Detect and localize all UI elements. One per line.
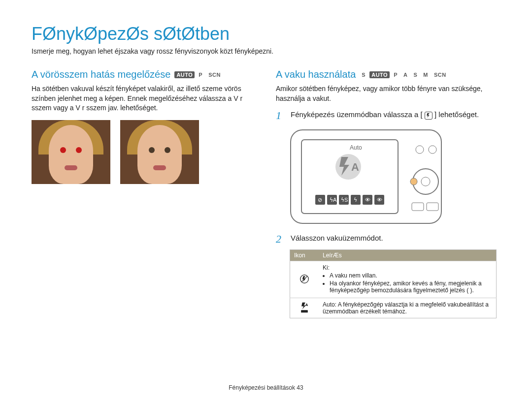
svg-text:A: A (305, 302, 308, 307)
svg-point-16 (416, 146, 424, 154)
th-icon: Ikon (290, 250, 319, 261)
redeye-heading: A vörösszem hatás megelőzése AUTO P SCN (32, 69, 256, 80)
mode-auto: AUTO (369, 71, 390, 78)
svg-text:👁: 👁 (365, 197, 370, 203)
row2-desc: Auto: A fényképezőgép választja ki a meg… (319, 298, 497, 318)
face-corrected (120, 120, 199, 184)
right-column: A vaku használata S AUTO P A S M SCN Ami… (276, 69, 500, 318)
mode-s: S (411, 71, 419, 78)
svg-text:⊘: ⊘ (318, 197, 322, 203)
page-footer: Fényképezési beállítások 43 (32, 384, 500, 391)
svg-rect-22 (427, 203, 438, 211)
flash-body: Amikor sötétben fényképez, vagy amikor t… (276, 84, 500, 103)
table-row: A Auto: A fényképezőgép választja ki a m… (290, 298, 497, 318)
mode-a: A (401, 71, 409, 78)
table-row: Ki: A vaku nem villan. Ha olyankor fényk… (290, 261, 497, 298)
svg-point-19 (421, 177, 430, 186)
svg-rect-21 (412, 203, 424, 211)
flash-mode-badges: S AUTO P A S M SCN (360, 71, 448, 78)
svg-rect-26 (301, 310, 308, 312)
step1-text-b: ] lehetőséget. (434, 110, 479, 119)
page-intro: Ismerje meg, hogyan lehet éjszaka vagy r… (32, 47, 500, 55)
svg-text:ϟS: ϟS (341, 197, 348, 203)
flash-steps: Fényképezés üzemmódban válassza a [ ] le… (276, 110, 500, 121)
redeye-example-images (32, 120, 256, 184)
svg-text:A: A (351, 161, 359, 173)
mode-m: M (421, 71, 430, 78)
row1-title: Ki: (323, 264, 330, 271)
flash-mode-table: Ikon LeírÆs Ki: A vaku nem villan. Ha ol… (290, 249, 497, 318)
flash-autosmart-icon: A (290, 298, 319, 318)
left-column: A vörösszem hatás megelőzése AUTO P SCN … (32, 69, 256, 318)
redeye-body: Ha sötétben vakuval készít fényképet val… (32, 84, 256, 113)
svg-text:ϟA: ϟA (330, 197, 337, 203)
step-1: Fényképezés üzemmódban válassza a [ ] le… (276, 110, 500, 121)
mode-auto: AUTO (174, 71, 195, 78)
step1-text-a: Fényképezés üzemmódban válassza a [ (291, 110, 423, 119)
svg-point-17 (429, 146, 436, 154)
camera-auto-label: Auto (350, 144, 362, 151)
camera-illustration: A Auto ⊘ ϟA ϟS ϟ 👁 👁 (290, 126, 500, 227)
step-2: Válasszon vakuüzemmódot. (276, 234, 500, 245)
redeye-heading-text: A vörösszem hatás megelőzése (32, 69, 170, 80)
flash-off-icon (290, 261, 319, 298)
flash-steps-2: Válasszon vakuüzemmódot. (276, 234, 500, 245)
th-desc: LeírÆs (319, 250, 497, 261)
mode-p: P (392, 71, 399, 78)
mode-scn: SCN (206, 71, 223, 78)
flash-heading-text: A vaku használata (276, 69, 356, 80)
step2-text: Válasszon vakuüzemmódot. (291, 234, 383, 245)
svg-point-20 (410, 178, 417, 185)
row1-b2: Ha olyankor fényképez, amikor kevés a fé… (330, 280, 492, 294)
svg-text:👁: 👁 (377, 197, 382, 203)
redeye-mode-badges: AUTO P SCN (174, 71, 223, 78)
face-redeye (32, 120, 110, 184)
row1-desc: Ki: A vaku nem villan. Ha olyankor fényk… (319, 261, 497, 298)
flash-icon (425, 112, 432, 120)
mode-smart: S (360, 71, 367, 78)
row1-b1: A vaku nem villan. (330, 272, 492, 279)
mode-scn: SCN (432, 71, 448, 78)
page-title: FØnykØpezØs sØtØtben (32, 24, 500, 44)
mode-p: P (197, 71, 204, 78)
flash-heading: A vaku használata S AUTO P A S M SCN (276, 69, 500, 80)
svg-text:ϟ: ϟ (354, 197, 357, 203)
